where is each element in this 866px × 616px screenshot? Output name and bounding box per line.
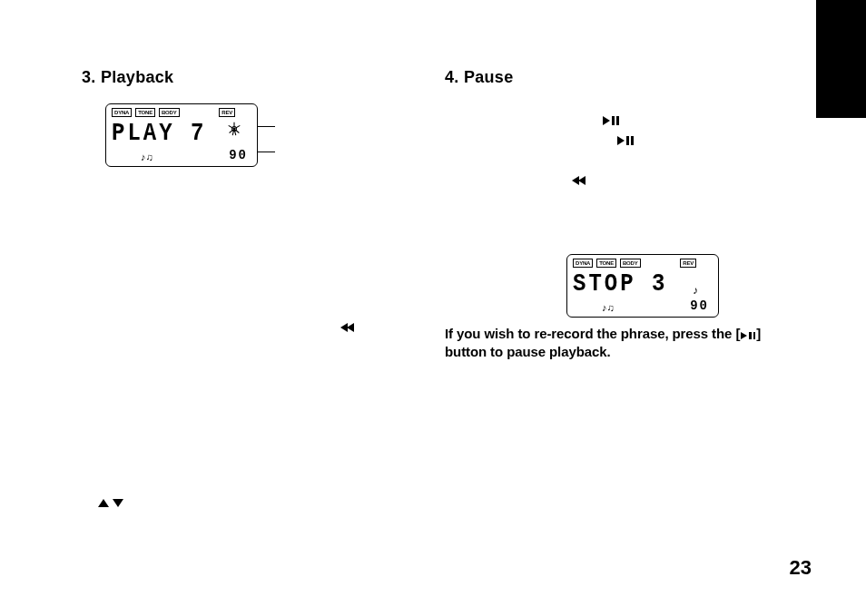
lcd-play: DYNA TONE BODY REV PLAY 7 ♪♫ 90 (105, 103, 258, 167)
play-pause-icon (741, 332, 755, 339)
lead-line (257, 126, 275, 127)
lcd-tag-tone: TONE (596, 259, 616, 268)
play-pause-icon (603, 116, 619, 125)
music-notes-icon: ♪♫ (602, 303, 615, 313)
rewind-icon (572, 176, 586, 185)
glyph-block (445, 102, 790, 192)
lcd-bpm: 90 (229, 146, 248, 162)
lead-line (257, 152, 275, 152)
page-number: 23 (790, 556, 812, 580)
lcd-bpm: 90 (690, 297, 709, 313)
lcd-tag-dyna: DYNA (112, 108, 132, 117)
lcd-tag-tone: TONE (135, 108, 155, 117)
heading-playback: 3. Playback (82, 69, 427, 87)
lcd-tag-body: BODY (159, 108, 180, 117)
music-notes-icon: ♪♫ (141, 152, 153, 162)
side-tab (816, 0, 866, 118)
lcd-tag-row: DYNA TONE BODY REV (112, 108, 251, 118)
left-column: 3. Playback DYNA TONE BODY REV PLAY 7 ♪♫… (82, 69, 427, 167)
lcd-stop: DYNA TONE BODY REV STOP 3 ♪ ♪♫ 90 (566, 254, 719, 318)
body-text: If you wish to re-record the phrase, pre… (445, 325, 790, 361)
right-column: 4. Pause DYNA TONE BODY REV STOP 3 (445, 69, 790, 361)
manual-page: 3. Playback DYNA TONE BODY REV PLAY 7 ♪♫… (0, 0, 866, 616)
lcd-tag-rev: REV (219, 108, 235, 117)
lcd-tag-body: BODY (620, 259, 641, 268)
body-pre: If you wish to re-record the phrase, pre… (445, 326, 740, 341)
up-down-icon (98, 499, 123, 507)
rewind-icon (340, 323, 354, 332)
heading-pause: 4. Pause (445, 69, 790, 87)
note-icon: ♪ (693, 284, 698, 297)
lcd-tag-row: DYNA TONE BODY REV (573, 259, 713, 269)
lcd-tag-rev: REV (680, 259, 696, 268)
metronome-dial-icon (226, 121, 242, 137)
lcd-main-text: STOP 3 (573, 270, 713, 298)
play-pause-icon (617, 136, 634, 145)
lcd-tag-dyna: DYNA (573, 259, 593, 268)
